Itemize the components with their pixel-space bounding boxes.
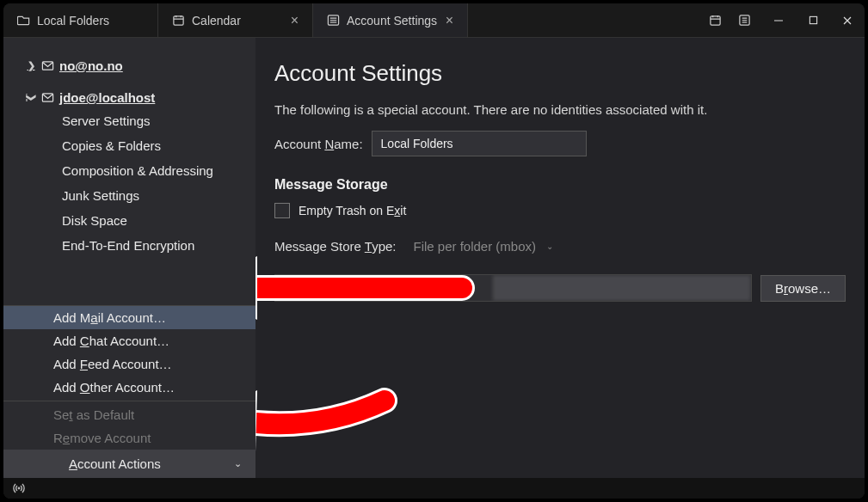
menu-add-mail-account[interactable]: Add Mail Account… [3, 306, 255, 329]
toolbar-icons [703, 3, 761, 37]
browse-button[interactable]: Browse… [760, 275, 846, 302]
tab-label: Account Settings [347, 14, 437, 28]
mail-icon [41, 91, 54, 104]
annotation-arrow [255, 382, 419, 459]
calendar-icon [172, 14, 185, 27]
account-label: no@no.no [59, 58, 123, 73]
chevron-right-icon[interactable]: ❯ [26, 60, 36, 71]
menu-separator [3, 401, 255, 401]
page-title: Account Settings [274, 60, 846, 87]
store-type-label: Message Store Type: [274, 239, 396, 254]
page-description: The following is a special account. Ther… [274, 102, 846, 117]
close-icon[interactable]: × [291, 13, 299, 28]
broadcast-icon [12, 481, 26, 495]
sidebar-item-server-settings[interactable]: Server Settings [3, 108, 255, 133]
account-label: jdoe@localhost [59, 90, 155, 105]
menu-add-chat-account[interactable]: Add Chat Account… [3, 329, 255, 352]
folder-icon [17, 14, 30, 27]
svg-marker-9 [255, 256, 257, 320]
svg-point-13 [18, 487, 21, 490]
sidebar-item-copies-folders[interactable]: Copies & Folders [3, 133, 255, 158]
tab-calendar[interactable]: Calendar × [158, 3, 313, 37]
svg-marker-11 [255, 390, 257, 452]
menu-remove-account: Remove Account [3, 426, 255, 450]
store-type-value: File per folder (mbox) [413, 239, 536, 254]
account-name-label: Account Name: [274, 137, 363, 151]
settings-list-icon [327, 14, 340, 27]
menu-add-feed-account[interactable]: Add Feed Account… [3, 352, 255, 376]
svg-rect-4 [810, 16, 816, 23]
main-pane: Account Settings The following is a spec… [255, 38, 865, 478]
redacted-overlay [493, 275, 751, 301]
chevron-down-icon: ⌄ [234, 458, 242, 469]
context-menu: Add Mail Account… Add Chat Account… Add … [3, 305, 255, 478]
tasks-toolbar-icon[interactable] [732, 3, 756, 38]
close-icon[interactable]: × [446, 13, 453, 28]
chevron-down-icon: ⌄ [546, 242, 553, 251]
tab-label: Local Folders [37, 14, 109, 28]
empty-trash-checkbox[interactable] [274, 203, 290, 218]
tab-local-folders[interactable]: Local Folders [3, 3, 158, 37]
window-minimize[interactable] [761, 3, 796, 38]
account-actions-button[interactable]: Account Actions ⌄ [3, 450, 255, 478]
empty-trash-label: Empty Trash on Exit [299, 204, 406, 217]
account-node-jdoe[interactable]: ❯ jdoe@localhost [3, 87, 255, 108]
window-maximize[interactable] [796, 3, 830, 38]
sidebar-item-junk[interactable]: Junk Settings [3, 183, 255, 208]
chevron-down-icon[interactable]: ❯ [26, 93, 37, 103]
titlebar: Local Folders Calendar × Account Setting… [3, 3, 865, 38]
sidebar-item-composition[interactable]: Composition & Addressing [3, 158, 255, 183]
account-node-no[interactable]: ❯ no@no.no [3, 55, 255, 77]
mail-icon [41, 59, 54, 72]
tab-label: Calendar [192, 14, 241, 28]
statusbar [3, 478, 865, 499]
sidebar-item-e2e-encryption[interactable]: End-To-End Encryption [3, 233, 255, 258]
local-directory-input[interactable] [274, 274, 752, 302]
menu-add-other-account[interactable]: Add Other Account… [3, 376, 255, 399]
svg-rect-2 [710, 16, 719, 25]
account-name-input[interactable] [372, 131, 587, 156]
sidebar-item-disk-space[interactable]: Disk Space [3, 208, 255, 233]
sidebar: ❯ no@no.no ❯ jdoe@localhost Server Setti… [3, 38, 255, 478]
menu-set-default: Set as Default [3, 403, 255, 426]
tab-account-settings[interactable]: Account Settings × [313, 3, 468, 37]
store-type-select[interactable]: File per folder (mbox) ⌄ [404, 234, 560, 259]
window-close[interactable] [830, 3, 865, 38]
svg-rect-0 [174, 16, 183, 25]
message-storage-heading: Message Storage [274, 177, 846, 193]
calendar-toolbar-icon[interactable] [703, 3, 727, 38]
